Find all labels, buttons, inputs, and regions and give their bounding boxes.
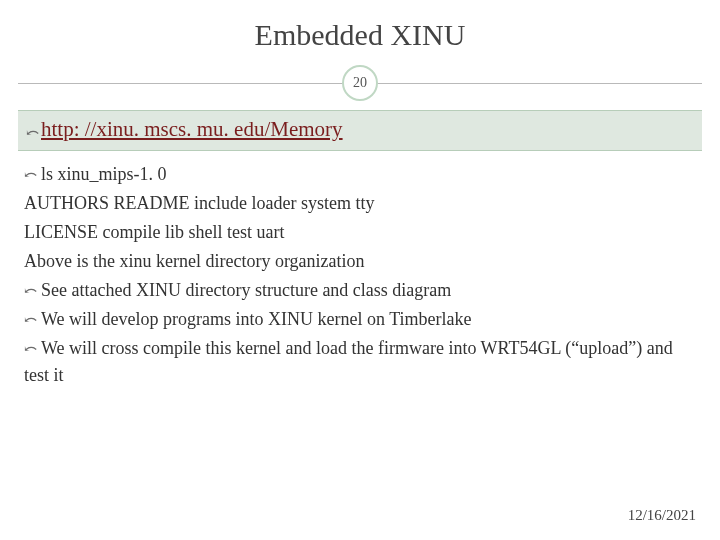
- body-line: ⤺ls xinu_mips-1. 0: [24, 161, 696, 188]
- bullet-icon: ⤺: [24, 282, 37, 299]
- slide: Embedded XINU 20 ⤺http: //xinu. mscs. mu…: [0, 0, 720, 540]
- slide-date: 12/16/2021: [628, 507, 696, 524]
- link-band: ⤺http: //xinu. mscs. mu. edu/Memory: [18, 110, 702, 151]
- body-line: Above is the xinu kernel directory organ…: [24, 248, 696, 275]
- body-text: See attached XINU directory structure an…: [41, 280, 451, 300]
- body-text: ls xinu_mips-1. 0: [41, 164, 167, 184]
- page-number-badge: 20: [342, 65, 378, 101]
- body-text: We will cross compile this kernel and lo…: [24, 338, 673, 385]
- slide-title: Embedded XINU: [0, 0, 720, 66]
- memory-link[interactable]: http: //xinu. mscs. mu. edu/Memory: [41, 117, 343, 141]
- body-line: ⤺We will develop programs into XINU kern…: [24, 306, 696, 333]
- body-line: LICENSE compile lib shell test uart: [24, 219, 696, 246]
- body-line: ⤺We will cross compile this kernel and l…: [24, 335, 696, 389]
- body-line: AUTHORS README include loader system tty: [24, 190, 696, 217]
- bullet-icon: ⤺: [24, 166, 37, 183]
- bullet-icon: ⤺: [24, 311, 37, 328]
- body-line: ⤺See attached XINU directory structure a…: [24, 277, 696, 304]
- bullet-icon: ⤺: [26, 123, 39, 142]
- title-divider: 20: [18, 66, 702, 100]
- bullet-icon: ⤺: [24, 340, 37, 357]
- body-text: We will develop programs into XINU kerne…: [41, 309, 471, 329]
- body-content: ⤺ls xinu_mips-1. 0 AUTHORS README includ…: [24, 161, 696, 389]
- page-number: 20: [353, 75, 367, 91]
